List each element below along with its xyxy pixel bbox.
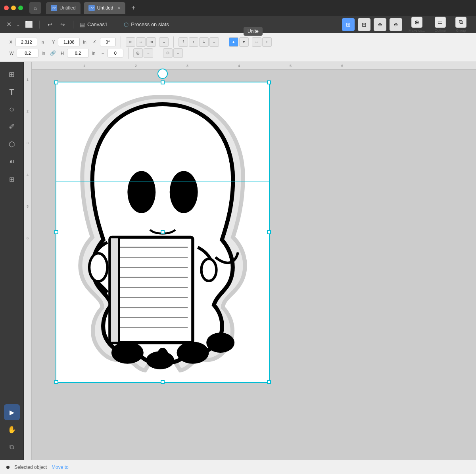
canvas-paper [56,82,270,383]
lock-aspect-icon[interactable]: 🔗 [50,50,56,56]
hand-icon: ✋ [8,425,16,434]
w-label: W [10,51,13,55]
corner-icon: ⌐ [102,51,104,55]
tab-badge-1: P2 [51,5,57,11]
canvas-background [32,70,476,460]
intersect-button[interactable]: ⊕ [374,18,386,31]
chevron-opacity-button[interactable]: ⌄ [144,48,153,58]
w-input[interactable] [17,49,38,57]
statusbar: Selected object Move to [0,460,476,474]
outline-icon: ▭ [435,17,446,28]
align-center-button[interactable]: ↔ [136,37,146,47]
chevron-align-button[interactable]: ⌄ [159,37,169,47]
rotation-handle[interactable] [157,69,168,79]
h-unit: in [92,51,96,55]
align-top-button[interactable]: ⇡ [178,37,188,47]
outline-button[interactable]: ▭ Outline [431,15,449,34]
select-icon: ▶ [10,409,14,416]
exclude-icon: ⊖ [394,22,398,27]
ai-tool[interactable]: AI [4,154,20,170]
tab-1[interactable]: P2 Untitled [46,2,81,14]
process-name[interactable]: ⬡ Process on slats [124,21,169,28]
blend-button[interactable]: ⊙ [163,48,173,58]
x-unit: in [40,40,44,44]
align-vertical-group: ⇡ ↕ ⇣ ⌄ [178,37,219,47]
corner-input[interactable] [107,49,123,57]
chevron-blend-button[interactable]: ⌄ [173,48,183,58]
h-input[interactable] [67,49,89,57]
opacity-group: ◎ ⌄ [133,48,153,58]
angle-input[interactable] [100,38,116,46]
grid-tool[interactable]: ⊞ [4,171,20,187]
separator-3 [224,36,224,48]
shapes-tool[interactable]: ⬡ [4,136,20,152]
separator-1 [121,36,121,48]
flip-v-button[interactable]: ↕ [262,37,272,47]
w-unit: in [42,51,45,55]
undo-button[interactable]: ↩ [46,20,54,29]
select-tool[interactable]: ▶ [4,404,20,420]
status-link[interactable]: Move to [52,464,69,470]
flip-h-button[interactable]: ↔ [252,37,261,47]
shapes-icon: ⬡ [9,140,15,149]
make-compound-button[interactable]: ⊕ Make co... [405,15,428,34]
intersect-icon: ⊕ [378,22,382,27]
exclude-button[interactable]: ⊖ [390,18,402,31]
y-input[interactable] [58,38,80,46]
image-tool[interactable]: ⊞ [4,67,20,82]
divider-2 [73,21,73,29]
align-bottom-button[interactable]: ⇣ [199,37,209,47]
chevron-valign-button[interactable]: ⌄ [209,37,219,47]
unite-icon: ⊞ [346,21,351,28]
unite-button[interactable]: ⊞ [342,18,355,31]
x-label: X [10,40,12,44]
close-button[interactable] [4,6,9,10]
bring-front-button[interactable]: ▲ [229,37,238,47]
layers-tool[interactable]: ⧉ [4,439,20,455]
hand-tool[interactable]: ✋ [4,422,20,438]
svg-point-18 [206,333,234,353]
svg-rect-3 [110,237,119,343]
send-back-button[interactable]: ▼ [239,37,249,47]
opacity-button[interactable]: ◎ [133,48,143,58]
canvas-area[interactable]: 1 2 3 4 5 6 1 2 3 4 5 6 [24,62,476,460]
layers-icon: ⧉ [10,443,14,451]
maximize-button[interactable] [18,6,23,10]
circle-tool[interactable]: ○ [4,101,20,117]
divider-1 [39,21,40,29]
ai-icon: AI [10,159,14,164]
align-right-button[interactable]: ⇥ [146,37,156,47]
tab-label-1: Untitled [60,5,76,11]
align-horizontal-group: ⇤ ↔ ⇥ ⌄ [126,37,169,47]
svg-rect-2 [110,237,193,343]
svg-point-0 [127,171,155,213]
toolbar-chevron-icon[interactable]: ⌄ [16,22,20,27]
ghost-svg [56,82,270,383]
text-tool[interactable]: T [4,84,20,100]
tab-2[interactable]: P2 Untitled ✕ [84,2,126,14]
tab-close-icon[interactable]: ✕ [117,6,121,11]
toolbar: ✕ ⌄ ⬜ ↩ ↪ ▤ Canvas1 ⬡ Process on slats ⊞… [0,16,476,33]
svg-point-1 [170,171,198,213]
traffic-lights [4,6,23,10]
group-button[interactable]: ⧉ Group [452,15,470,34]
canvas-name[interactable]: ▤ Canvas1 [80,21,107,28]
save-icon[interactable]: ⬜ [25,21,33,28]
subtract-button[interactable]: ⊟ [358,18,370,31]
toolbar-close-icon[interactable]: ✕ [6,21,12,28]
align-left-button[interactable]: ⇤ [126,37,135,47]
circle-icon: ○ [9,104,14,115]
svg-point-17 [177,342,209,364]
add-tab-button[interactable]: + [129,3,138,13]
x-input[interactable] [15,38,37,46]
separator-5 [158,48,158,59]
home-button[interactable]: ⌂ [29,2,41,14]
pen-tool[interactable]: ✐ [4,119,20,135]
home-icon: ⌂ [34,5,37,11]
prop-row-1: X in Y in ∠ ⇤ ↔ ⇥ ⌄ ⇡ ↕ ⇣ ⌄ [5,34,471,48]
minimize-button[interactable] [11,6,16,10]
redo-button[interactable]: ↪ [59,20,67,29]
align-middle-button[interactable]: ↕ [189,37,198,47]
left-sidebar: ⊞ T ○ ✐ ⬡ AI ⊞ ▶ ✋ ⧉ [0,62,24,460]
prop-row-2: W in 🔗 H in ⌐ ◎ ⌄ ⊙ ⌄ [5,48,471,61]
